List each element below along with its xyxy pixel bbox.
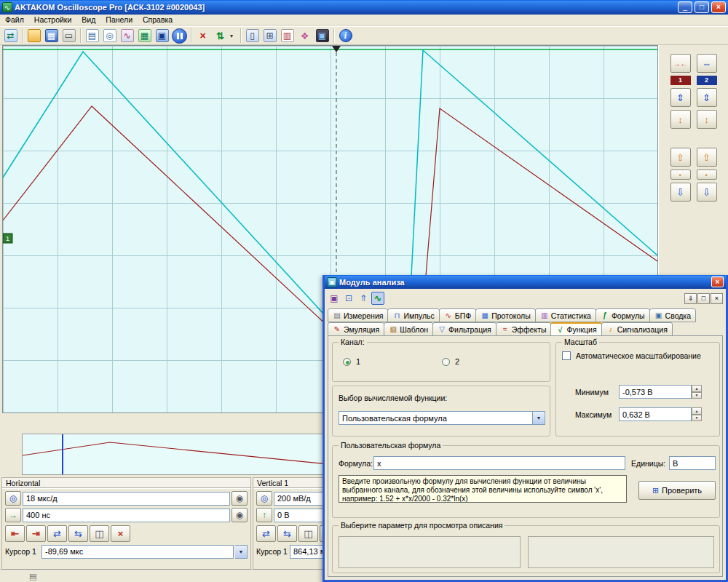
add-panel-button[interactable]: ⊞: [261, 28, 278, 44]
ch2-position-up-button[interactable]: ⇧: [697, 148, 717, 167]
fft-tab-icon: ∿: [444, 311, 453, 319]
v-cursor-grid-button[interactable]: ◫: [298, 525, 318, 542]
timebase-zoom-button[interactable]: ◎: [5, 491, 21, 506]
module-export-button[interactable]: ⇑: [357, 292, 370, 305]
search-button[interactable]: ◎: [101, 28, 118, 44]
ch2-position-down-button[interactable]: ⇩: [697, 183, 717, 202]
screen-button[interactable]: ▣: [314, 28, 331, 44]
print-button[interactable]: ▭: [60, 28, 77, 44]
module-window-button[interactable]: ⊡: [342, 292, 355, 305]
tab-formulas[interactable]: ƒФормулы: [596, 308, 650, 322]
minimize-button[interactable]: _: [678, 1, 692, 13]
dialog-title-bar[interactable]: ▣ Модуль анализа ×: [325, 275, 726, 289]
delay-button[interactable]: →: [5, 508, 21, 522]
report-button[interactable]: ▤: [84, 28, 100, 44]
maximize-button[interactable]: □: [695, 1, 709, 13]
compress-horizontal-button[interactable]: →←: [670, 54, 691, 73]
autoscale-checkbox[interactable]: Автоматическое масштабирование: [562, 351, 701, 360]
function-select-group: Выбор вычисляемой функции: ▼: [332, 386, 550, 436]
cursor-zoom-out-button[interactable]: ⇆: [68, 525, 88, 542]
formula-input[interactable]: [373, 456, 625, 470]
waveform-button[interactable]: ∿: [119, 28, 135, 44]
save-button[interactable]: ▦: [43, 28, 60, 44]
module-function-button[interactable]: ∿: [371, 292, 384, 305]
minimum-spinner[interactable]: ▲▼: [692, 385, 702, 399]
parameter-list-box[interactable]: [339, 536, 521, 568]
cursor-clear-button[interactable]: ×: [111, 525, 130, 542]
panel-close-button[interactable]: ×: [711, 293, 723, 304]
check-formula-button[interactable]: ⊞ Проверить: [638, 481, 716, 500]
effects-button[interactable]: ❖: [296, 28, 313, 44]
tab-alarm[interactable]: ♪Сигнализация: [601, 322, 673, 336]
palette-button[interactable]: ▦: [136, 28, 153, 44]
expand-horizontal-button[interactable]: ⇔: [697, 54, 717, 73]
h-cursor1-value-field[interactable]: [41, 545, 234, 559]
maximum-spinner[interactable]: ▲▼: [692, 407, 702, 421]
tab-label: БПФ: [455, 311, 471, 320]
tab-measurements[interactable]: ▤Измерения: [328, 308, 388, 322]
panels-button[interactable]: ▯: [244, 28, 261, 44]
tab-emulation[interactable]: ✎Эмуляция: [328, 322, 384, 336]
cursor-grid-button[interactable]: ◫: [90, 525, 109, 542]
delay-dial-button[interactable]: ◉: [232, 508, 248, 522]
module-measure-button[interactable]: ▣: [328, 292, 341, 305]
pause-button[interactable]: [171, 28, 188, 44]
menu-panels[interactable]: Панели: [100, 15, 138, 24]
timebase-dial-button[interactable]: ◉: [232, 491, 248, 506]
delay-field[interactable]: [23, 509, 230, 522]
device-connect-button[interactable]: ⇄: [2, 28, 19, 44]
function-select-combobox[interactable]: [339, 411, 533, 425]
menu-settings[interactable]: Настройки: [29, 15, 77, 24]
arrow-down-icon: ⇩: [703, 187, 711, 198]
about-button[interactable]: i: [337, 28, 354, 44]
display-button[interactable]: ▣: [154, 28, 170, 44]
ch2-fine-scale-button[interactable]: ↕: [697, 110, 717, 129]
cut-cursors-button[interactable]: ×: [194, 28, 211, 44]
ch1-position-down-button[interactable]: ⇩: [670, 183, 691, 202]
tab-function[interactable]: √Функция: [550, 322, 601, 336]
close-button[interactable]: ×: [711, 1, 726, 13]
maximum-field[interactable]: [619, 407, 692, 421]
autoscale-button[interactable]: ⇅: [212, 28, 229, 44]
v-cursor-down-button[interactable]: ⇆: [277, 525, 297, 542]
restore-button[interactable]: □: [697, 293, 710, 304]
ch1-scale-button[interactable]: ⇕: [670, 88, 691, 107]
tab-statistics[interactable]: ▥Статистика: [535, 308, 596, 322]
menu-view[interactable]: Вид: [76, 15, 100, 24]
channel2-radio[interactable]: 2: [442, 357, 459, 366]
tab-template[interactable]: ▧Шаблон: [384, 322, 433, 336]
menu-help[interactable]: Справка: [138, 15, 178, 24]
tab-label: Статистика: [551, 311, 591, 320]
cursor-select-dropdown[interactable]: ▼: [235, 545, 248, 559]
offset-button[interactable]: ↑: [256, 508, 272, 522]
timebase-field[interactable]: [23, 492, 230, 506]
v-cursor-up-button[interactable]: ⇄: [256, 525, 276, 542]
volt-scale-zoom-button[interactable]: ◎: [256, 491, 272, 506]
menu-file[interactable]: Файл: [0, 15, 29, 24]
units-input[interactable]: [669, 456, 716, 470]
channel2-radio-label: 2: [455, 357, 459, 366]
tab-filtering[interactable]: ▽Фильтрация: [432, 322, 496, 336]
ch1-fine-scale-button[interactable]: ↕: [670, 110, 691, 129]
dock-button[interactable]: ⇓: [684, 293, 697, 304]
ch2-scale-button[interactable]: ⇕: [697, 88, 717, 107]
channel1-label: 1: [670, 76, 691, 85]
autoscale-dropdown[interactable]: ▾: [229, 28, 237, 44]
cursor-zoom-in-button[interactable]: ⇄: [47, 525, 67, 542]
analysis-tabs: ▤Измерения ⊓Импульс ∿БПФ ▦Протоколы ▥Ста…: [328, 308, 723, 336]
tab-effects[interactable]: ≈Эффекты: [496, 322, 552, 336]
check-icon: ⊞: [652, 486, 659, 495]
cursor-right-button[interactable]: ⇥: [26, 525, 46, 542]
function-combo-dropdown[interactable]: ▼: [533, 411, 545, 425]
tab-summary[interactable]: ▣Сводка: [649, 308, 696, 322]
channel1-radio[interactable]: 1: [343, 357, 360, 366]
tab-protocols[interactable]: ▦Протоколы: [475, 308, 536, 322]
open-button[interactable]: [25, 28, 42, 44]
tab-pulse[interactable]: ⊓Импульс: [387, 308, 439, 322]
cursor-left-button[interactable]: ⇤: [5, 525, 25, 542]
minimum-field[interactable]: [619, 385, 692, 399]
tab-fft[interactable]: ∿БПФ: [439, 308, 476, 322]
dialog-close-button[interactable]: ×: [711, 276, 724, 287]
chart-button[interactable]: ▥: [279, 28, 296, 44]
ch1-position-up-button[interactable]: ⇧: [670, 148, 691, 167]
